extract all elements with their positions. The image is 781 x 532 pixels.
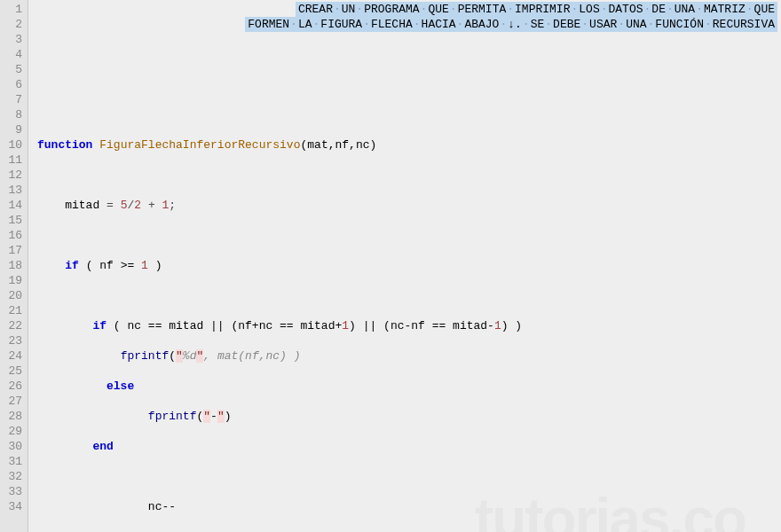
line-number: 19 [2, 273, 22, 288]
code-line: end [37, 439, 781, 454]
code-line: nc-- [37, 499, 781, 514]
line-number: 5 [2, 62, 22, 77]
line-number: 24 [2, 348, 22, 364]
code-editor[interactable]: CREAR·UN·PROGRAMA·QUE·PERMITA·IMPRIMIR·L… [28, 0, 781, 532]
line-number: 21 [2, 303, 22, 318]
line-number: 18 [2, 258, 22, 273]
line-number: 34 [2, 499, 22, 514]
line-number: 3 [2, 32, 22, 47]
code-line: fprintf("-") [37, 409, 781, 424]
code-line: if ( nc == mitad || (nf+nc == mitad+1) |… [37, 318, 781, 333]
line-number: 13 [2, 183, 22, 198]
line-number: 2 [2, 17, 22, 32]
line-number: 17 [2, 243, 22, 258]
code-line: if ( nf >= 1 ) [37, 258, 781, 273]
code-line: mitad = 5/2 + 1; [37, 198, 781, 213]
line-number: 25 [2, 364, 22, 379]
line-number: 9 [2, 122, 22, 137]
line-number-gutter: 1 2 3 4 5 6 7 8 9 10 11 12 13 14 15 16 1… [0, 0, 28, 532]
code-line: function FiguraFlechaInferiorRecursivo(m… [37, 137, 781, 153]
line-number: 6 [2, 77, 22, 92]
line-number: 7 [2, 92, 22, 107]
line-number: 23 [2, 333, 22, 348]
header-comment-line-1: CREAR·UN·PROGRAMA·QUE·PERMITA·IMPRIMIR·L… [296, 2, 777, 17]
line-number: 26 [2, 379, 22, 394]
watermark-text: tutorias.co [475, 512, 746, 527]
line-number: 11 [2, 153, 22, 168]
line-number: 8 [2, 107, 22, 122]
line-number: 27 [2, 394, 22, 409]
line-number: 1 [2, 2, 22, 17]
code-line: fprintf("%d", mat(nf,nc) ) [37, 348, 781, 364]
line-number: 33 [2, 484, 22, 499]
line-number: 32 [2, 469, 22, 484]
line-number: 16 [2, 228, 22, 243]
line-number: 4 [2, 47, 22, 62]
line-number: 10 [2, 137, 22, 153]
line-number: 14 [2, 198, 22, 213]
header-comment-line-2: FORMEN·LA·FIGURA·FLECHA·HACIA·ABAJO·↓.·S… [245, 17, 777, 32]
code-line: else [37, 379, 781, 394]
line-number: 29 [2, 424, 22, 439]
line-number: 30 [2, 439, 22, 454]
line-number: 15 [2, 213, 22, 228]
line-number: 28 [2, 409, 22, 424]
line-number: 31 [2, 454, 22, 469]
line-number: 20 [2, 288, 22, 303]
line-number: 12 [2, 168, 22, 183]
line-number: 22 [2, 318, 22, 333]
